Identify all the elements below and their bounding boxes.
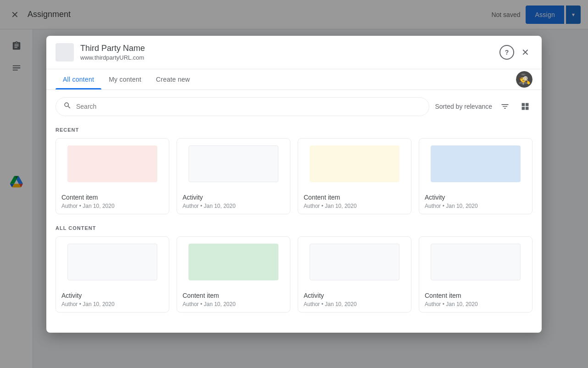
table-row[interactable]: Activity Author • Jan 10, 2020 xyxy=(55,236,169,312)
card-info-6: Content item Author • Jan 10, 2020 xyxy=(177,287,290,312)
avatar-emoji: 🕵️ xyxy=(518,73,531,85)
thumbnail-image-1 xyxy=(67,145,158,182)
table-row[interactable]: Content item Author • Jan 10, 2020 xyxy=(177,236,290,312)
card-thumbnail-7 xyxy=(298,237,411,287)
content-scroll[interactable]: RECENT Content item Author • Jan 10, 202… xyxy=(46,123,542,333)
user-avatar[interactable]: 🕵️ xyxy=(516,71,533,88)
modal-header: Third Party Name www.thirdpartyURL.com ?… xyxy=(46,36,542,69)
card-title-8: Content item xyxy=(425,292,527,299)
card-thumbnail-2 xyxy=(177,139,290,189)
thumbnail-image-6 xyxy=(189,244,279,280)
card-info-4: Activity Author • Jan 10, 2020 xyxy=(419,189,532,214)
tabs-bar: All content My content Create new 🕵️ xyxy=(46,69,542,90)
card-thumbnail-4 xyxy=(419,139,532,189)
modal-close-icon[interactable]: ✕ xyxy=(518,45,533,60)
card-title-1: Content item xyxy=(61,194,163,201)
modal-header-actions: ? ✕ xyxy=(499,45,533,60)
card-thumbnail-8 xyxy=(419,237,532,287)
card-info-8: Content item Author • Jan 10, 2020 xyxy=(419,287,532,312)
recent-section-label: RECENT xyxy=(55,127,533,133)
search-input[interactable] xyxy=(76,103,422,110)
card-title-7: Activity xyxy=(304,292,405,299)
thumbnail-image-8 xyxy=(431,244,521,280)
card-info-5: Activity Author • Jan 10, 2020 xyxy=(56,287,169,312)
thumbnail-image-3 xyxy=(310,145,400,182)
card-meta-8: Author • Jan 10, 2020 xyxy=(425,301,527,307)
table-row[interactable]: Activity Author • Jan 10, 2020 xyxy=(419,138,533,214)
card-meta-2: Author • Jan 10, 2020 xyxy=(183,203,284,209)
card-thumbnail-6 xyxy=(177,237,290,287)
card-meta-6: Author • Jan 10, 2020 xyxy=(183,301,284,307)
card-thumbnail-1 xyxy=(56,139,169,189)
card-thumbnail-3 xyxy=(298,139,411,189)
modal-help-icon[interactable]: ? xyxy=(499,45,514,60)
thumbnail-image-2 xyxy=(189,145,279,182)
thumbnail-image-5 xyxy=(67,244,158,280)
filter-icon[interactable] xyxy=(498,99,512,114)
all-content-cards-grid: Activity Author • Jan 10, 2020 Content i… xyxy=(55,236,533,312)
card-info-1: Content item Author • Jan 10, 2020 xyxy=(56,189,169,214)
table-row[interactable]: Content item Author • Jan 10, 2020 xyxy=(55,138,169,214)
card-meta-5: Author • Jan 10, 2020 xyxy=(61,301,163,307)
modal-logo xyxy=(55,43,74,61)
card-title-4: Activity xyxy=(425,194,527,201)
tab-all-content[interactable]: All content xyxy=(55,69,101,89)
search-box[interactable] xyxy=(55,97,429,116)
all-content-section-label: ALL CONTENT xyxy=(55,225,533,231)
recent-cards-grid: Content item Author • Jan 10, 2020 Activ… xyxy=(55,138,533,214)
card-title-6: Content item xyxy=(183,292,284,299)
grid-view-icon[interactable] xyxy=(518,99,533,114)
table-row[interactable]: Content item Author • Jan 10, 2020 xyxy=(298,138,411,214)
card-title-3: Content item xyxy=(304,194,405,201)
card-info-7: Activity Author • Jan 10, 2020 xyxy=(298,287,411,312)
card-meta-1: Author • Jan 10, 2020 xyxy=(61,203,163,209)
card-info-2: Activity Author • Jan 10, 2020 xyxy=(177,189,290,214)
thumbnail-image-7 xyxy=(310,244,400,280)
tab-my-content[interactable]: My content xyxy=(101,69,149,89)
search-area: Sorted by relevance xyxy=(46,90,542,123)
card-meta-7: Author • Jan 10, 2020 xyxy=(304,301,405,307)
tab-create-new[interactable]: Create new xyxy=(149,69,197,89)
thumbnail-image-4 xyxy=(431,145,521,182)
table-row[interactable]: Activity Author • Jan 10, 2020 xyxy=(177,138,290,214)
table-row[interactable]: Content item Author • Jan 10, 2020 xyxy=(419,236,533,312)
card-thumbnail-5 xyxy=(56,237,169,287)
modal-overlay: Third Party Name www.thirdpartyURL.com ?… xyxy=(0,0,588,368)
card-meta-3: Author • Jan 10, 2020 xyxy=(304,203,405,209)
modal-title-group: Third Party Name www.thirdpartyURL.com xyxy=(80,44,499,61)
modal-subtitle: www.thirdpartyURL.com xyxy=(80,54,499,61)
card-title-5: Activity xyxy=(61,292,163,299)
card-meta-4: Author • Jan 10, 2020 xyxy=(425,203,527,209)
avatar-circle: 🕵️ xyxy=(516,71,533,88)
modal-dialog: Third Party Name www.thirdpartyURL.com ?… xyxy=(46,36,542,333)
modal-title: Third Party Name xyxy=(80,44,499,53)
sort-label: Sorted by relevance xyxy=(435,103,492,110)
card-info-3: Content item Author • Jan 10, 2020 xyxy=(298,189,411,214)
search-icon xyxy=(63,101,72,112)
table-row[interactable]: Activity Author • Jan 10, 2020 xyxy=(298,236,411,312)
card-title-2: Activity xyxy=(183,194,284,201)
